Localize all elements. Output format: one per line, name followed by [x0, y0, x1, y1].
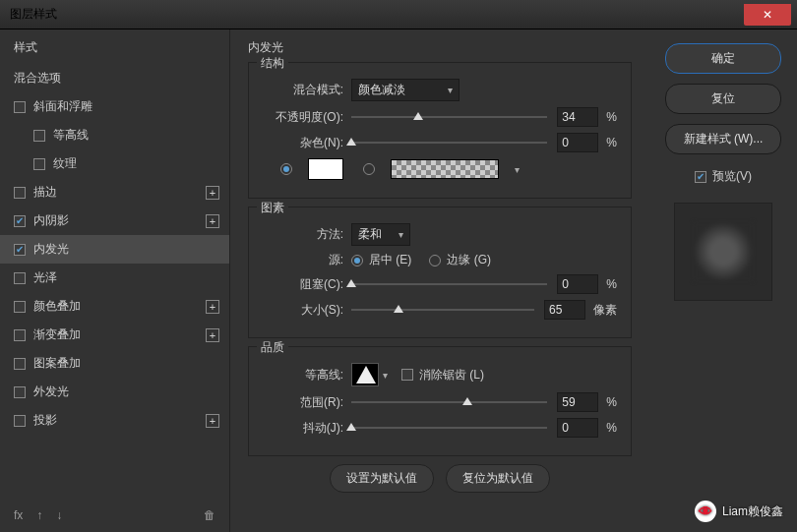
noise-label: 杂色(N): [263, 135, 343, 151]
close-icon: ✕ [763, 8, 772, 22]
choke-label: 阻塞(C): [263, 276, 343, 293]
blend-mode-select[interactable]: 颜色减淡▾ [351, 79, 460, 101]
sidebar-item[interactable]: 描边+ [0, 178, 229, 207]
close-button[interactable]: ✕ [744, 4, 791, 26]
preview-checkbox[interactable] [695, 171, 706, 183]
make-default-button[interactable]: 设置为默认值 [330, 464, 434, 493]
noise-slider[interactable] [351, 135, 547, 150]
weibo-icon: 👁 [695, 501, 716, 522]
sidebar-styles-header[interactable]: 样式 [0, 30, 229, 64]
jitter-unit: % [606, 421, 617, 435]
titlebar: 图层样式 ✕ [0, 0, 797, 30]
effect-checkbox[interactable] [33, 158, 45, 170]
jitter-slider[interactable] [351, 420, 547, 436]
sidebar-blend-options[interactable]: 混合选项 [0, 64, 229, 92]
sidebar-item-label: 外发光 [33, 384, 69, 400]
plus-icon[interactable]: + [206, 214, 219, 228]
color-radio[interactable] [280, 163, 292, 175]
center-panel: 内发光 结构 混合模式: 颜色减淡▾ 不透明度(O): 34 % 杂色(N): … [230, 30, 649, 532]
plus-icon[interactable]: + [206, 300, 219, 314]
effect-checkbox[interactable] [14, 101, 26, 113]
sidebar-item[interactable]: 内发光 [0, 235, 229, 264]
plus-icon[interactable]: + [206, 186, 219, 200]
quality-group-title: 品质 [257, 339, 288, 356]
sidebar-item[interactable]: 颜色叠加+ [0, 292, 229, 321]
opacity-input[interactable]: 34 [557, 107, 598, 127]
range-input[interactable]: 59 [557, 392, 598, 412]
sidebar-blend-label: 混合选项 [14, 70, 61, 87]
opacity-slider[interactable] [351, 109, 547, 125]
trash-icon[interactable]: 🗑 [204, 508, 215, 522]
sidebar-item-label: 光泽 [33, 269, 57, 286]
effect-checkbox[interactable] [14, 329, 26, 341]
gradient-radio[interactable] [363, 163, 375, 175]
sidebar-item[interactable]: 内阴影+ [0, 207, 229, 235]
sidebar: 样式 混合选项 斜面和浮雕等高线纹理描边+内阴影+内发光光泽颜色叠加+渐变叠加+… [0, 30, 230, 532]
effect-checkbox[interactable] [14, 215, 26, 227]
structure-group: 结构 混合模式: 颜色减淡▾ 不透明度(O): 34 % 杂色(N): 0 % [248, 62, 632, 199]
sidebar-item[interactable]: 光泽 [0, 264, 229, 292]
source-edge-radio[interactable] [429, 255, 441, 266]
sidebar-item-label: 渐变叠加 [33, 326, 81, 343]
sidebar-item-label: 纹理 [53, 155, 77, 172]
effect-title: 内发光 [248, 39, 632, 56]
chevron-down-icon[interactable]: ▾ [515, 164, 520, 175]
opacity-unit: % [606, 110, 617, 124]
choke-input[interactable]: 0 [557, 274, 598, 294]
jitter-input[interactable]: 0 [557, 418, 598, 438]
range-label: 范围(R): [263, 394, 343, 411]
anti-alias-label: 消除锯齿 (L) [419, 367, 484, 384]
range-unit: % [606, 395, 617, 409]
main-content: 样式 混合选项 斜面和浮雕等高线纹理描边+内阴影+内发光光泽颜色叠加+渐变叠加+… [0, 30, 797, 532]
source-center-radio[interactable] [351, 255, 363, 266]
elements-group-title: 图素 [257, 200, 288, 216]
effect-checkbox[interactable] [14, 415, 26, 427]
ok-button[interactable]: 确定 [665, 43, 781, 74]
quality-group: 品质 等高线: ▾ 消除锯齿 (L) 范围(R): 59 % 抖动(J): 0 … [248, 346, 632, 456]
plus-icon[interactable]: + [206, 414, 219, 428]
size-input[interactable]: 65 [544, 300, 585, 320]
sidebar-item-label: 图案叠加 [33, 355, 81, 372]
noise-input[interactable]: 0 [557, 133, 598, 152]
size-label: 大小(S): [263, 302, 343, 319]
watermark: 👁 Liam赖俊鑫 [695, 501, 783, 522]
effect-checkbox[interactable] [14, 358, 26, 370]
sidebar-item[interactable]: 图案叠加 [0, 349, 229, 378]
effect-checkbox[interactable] [14, 386, 26, 398]
fx-icon[interactable]: fx [14, 508, 23, 522]
size-slider[interactable] [351, 302, 534, 318]
sidebar-item[interactable]: 纹理 [0, 149, 229, 178]
cancel-button[interactable]: 复位 [665, 84, 781, 114]
choke-slider[interactable] [351, 276, 547, 292]
range-slider[interactable] [351, 394, 547, 410]
effect-checkbox[interactable] [14, 187, 26, 199]
choke-unit: % [606, 277, 617, 291]
sidebar-item[interactable]: 渐变叠加+ [0, 321, 229, 349]
reset-default-button[interactable]: 复位为默认值 [446, 464, 550, 493]
sidebar-item-label: 投影 [33, 412, 57, 429]
sidebar-item-label: 内阴影 [33, 212, 69, 229]
noise-unit: % [606, 136, 617, 149]
anti-alias-checkbox[interactable] [401, 369, 413, 381]
sidebar-item[interactable]: 投影+ [0, 406, 229, 435]
chevron-down-icon[interactable]: ▾ [383, 370, 388, 381]
color-swatch[interactable] [308, 158, 343, 180]
sidebar-item[interactable]: 斜面和浮雕 [0, 92, 229, 121]
technique-select[interactable]: 柔和▾ [351, 223, 410, 246]
source-label: 源: [263, 252, 343, 268]
sidebar-item[interactable]: 外发光 [0, 378, 229, 406]
blend-mode-label: 混合模式: [263, 82, 343, 98]
effect-checkbox[interactable] [33, 130, 45, 142]
plus-icon[interactable]: + [206, 328, 219, 342]
new-style-button[interactable]: 新建样式 (W)... [665, 124, 781, 154]
sidebar-item[interactable]: 等高线 [0, 121, 229, 149]
gradient-swatch[interactable] [391, 159, 499, 179]
effect-checkbox[interactable] [14, 272, 26, 284]
arrow-up-icon[interactable]: ↑ [36, 508, 42, 522]
contour-picker[interactable] [351, 363, 379, 386]
effect-checkbox[interactable] [14, 301, 26, 313]
contour-label: 等高线: [263, 367, 343, 384]
sidebar-footer: fx ↑ ↓ 🗑 [0, 499, 229, 532]
effect-checkbox[interactable] [14, 244, 26, 256]
arrow-down-icon[interactable]: ↓ [56, 508, 62, 522]
